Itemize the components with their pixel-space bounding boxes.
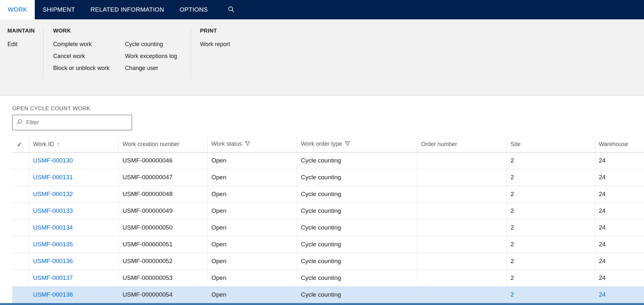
work-id-link[interactable]: USMF-000131 bbox=[33, 174, 73, 181]
table-row[interactable]: USMF-000130USMF-000000046OpenCycle count… bbox=[12, 152, 644, 169]
cell-work-id: USMF-000136 bbox=[29, 253, 118, 270]
cell-site: 2 bbox=[507, 270, 595, 286]
select-all-column-header[interactable]: ✓ bbox=[12, 137, 29, 152]
navbar-search-button[interactable] bbox=[220, 0, 242, 19]
column-label: Order number bbox=[421, 141, 457, 147]
cell-work-order-type: Cycle counting bbox=[297, 186, 417, 202]
search-icon bbox=[228, 6, 235, 14]
change-user-button[interactable]: Change user bbox=[125, 64, 177, 72]
work-grid: ✓ Work ID↑ Work creation number Work sta… bbox=[12, 137, 644, 303]
top-navbar: WORK SHIPMENT RELATED INFORMATION OPTION… bbox=[0, 0, 644, 19]
cell-work-order-type: Cycle counting bbox=[297, 169, 417, 186]
work-id-link[interactable]: USMF-000138 bbox=[33, 291, 73, 298]
cell-order-number bbox=[417, 236, 507, 253]
tab-related-information[interactable]: RELATED INFORMATION bbox=[83, 0, 172, 19]
work-id-link[interactable]: USMF-000130 bbox=[33, 157, 73, 164]
edit-button[interactable]: Edit bbox=[7, 41, 17, 48]
column-header-order-number[interactable]: Order number bbox=[417, 137, 507, 152]
cell-warehouse: 24 bbox=[595, 236, 644, 253]
table-row[interactable]: USMF-000132USMF-000000048OpenCycle count… bbox=[12, 186, 644, 202]
cell-work-id: USMF-000131 bbox=[29, 169, 118, 186]
cell-work-id: USMF-000130 bbox=[29, 152, 118, 169]
cell-work-creation-number: USMF-000000054 bbox=[118, 286, 207, 303]
cell-order-number bbox=[417, 202, 507, 219]
cell-site: 2 bbox=[507, 152, 595, 169]
cell-site: 2 bbox=[507, 169, 595, 186]
bottom-accent-bar bbox=[0, 303, 644, 305]
table-row[interactable]: USMF-000134USMF-000000050OpenCycle count… bbox=[12, 219, 644, 236]
cell-order-number bbox=[417, 253, 507, 270]
filter-icon[interactable] bbox=[345, 141, 350, 148]
column-label: Work creation number bbox=[123, 141, 180, 147]
cell-work-order-type: Cycle counting bbox=[297, 152, 417, 169]
cell-work-order-type: Cycle counting bbox=[297, 202, 417, 219]
cycle-counting-button[interactable]: Cycle counting bbox=[125, 41, 177, 48]
cell-order-number bbox=[417, 219, 507, 236]
cell-work-creation-number: USMF-000000050 bbox=[118, 219, 207, 236]
block-or-unblock-work-button[interactable]: Block or unblock work bbox=[53, 64, 109, 72]
work-id-link[interactable]: USMF-000136 bbox=[33, 258, 73, 264]
table-row[interactable]: USMF-000135USMF-000000051OpenCycle count… bbox=[12, 236, 644, 253]
cell-work-status: Open bbox=[207, 236, 297, 253]
column-header-work-creation-number[interactable]: Work creation number bbox=[118, 137, 207, 152]
cell-select bbox=[12, 186, 29, 202]
cell-site: 2 bbox=[507, 202, 595, 219]
column-header-work-status[interactable]: Work status bbox=[207, 137, 297, 152]
cell-work-creation-number: USMF-000000052 bbox=[118, 253, 207, 270]
cancel-work-button[interactable]: Cancel work bbox=[53, 53, 109, 60]
grid-filter-box bbox=[12, 115, 132, 130]
table-row[interactable]: USMF-000133USMF-000000049OpenCycle count… bbox=[12, 202, 644, 219]
work-id-link[interactable]: USMF-000133 bbox=[33, 207, 73, 214]
work-id-link[interactable]: USMF-000137 bbox=[33, 274, 73, 281]
work-id-link[interactable]: USMF-000135 bbox=[33, 241, 73, 248]
table-row[interactable]: USMF-000138USMF-000000054OpenCycle count… bbox=[12, 286, 644, 303]
tab-shipment[interactable]: SHIPMENT bbox=[35, 0, 83, 19]
cell-select bbox=[12, 219, 29, 236]
section-title: OPEN CYCLE COUNT WORK bbox=[12, 105, 644, 112]
cell-work-creation-number: USMF-000000046 bbox=[118, 152, 207, 169]
cell-work-status: Open bbox=[207, 253, 297, 270]
table-row[interactable]: USMF-000136USMF-000000052OpenCycle count… bbox=[12, 253, 644, 270]
column-header-warehouse[interactable]: Warehouse bbox=[595, 137, 644, 152]
cell-warehouse: 24 bbox=[595, 152, 644, 169]
cell-work-id: USMF-000135 bbox=[29, 236, 118, 253]
filter-icon[interactable] bbox=[245, 141, 250, 148]
cell-work-creation-number: USMF-000000053 bbox=[118, 270, 207, 286]
cell-work-order-type: Cycle counting bbox=[297, 253, 417, 270]
cell-work-status: Open bbox=[207, 286, 297, 303]
work-id-link[interactable]: USMF-000132 bbox=[33, 191, 73, 197]
cell-warehouse: 24 bbox=[595, 253, 644, 270]
cell-work-creation-number: USMF-000000051 bbox=[118, 236, 207, 253]
cell-site: 2 bbox=[507, 236, 595, 253]
column-header-site[interactable]: Site bbox=[507, 137, 595, 152]
sort-ascending-icon: ↑ bbox=[57, 141, 60, 147]
cell-warehouse: 24 bbox=[595, 186, 644, 202]
tab-work[interactable]: WORK bbox=[0, 0, 35, 19]
cell-work-status: Open bbox=[207, 270, 297, 286]
complete-work-button[interactable]: Complete work bbox=[53, 41, 109, 48]
work-exceptions-log-button[interactable]: Work exceptions log bbox=[125, 53, 177, 60]
cell-select bbox=[12, 270, 29, 286]
work-report-button[interactable]: Work report bbox=[200, 41, 230, 48]
cell-warehouse: 24 bbox=[595, 169, 644, 186]
cell-work-status: Open bbox=[207, 219, 297, 236]
column-label: Work order type bbox=[301, 141, 342, 147]
tab-options[interactable]: OPTIONS bbox=[172, 0, 216, 19]
cell-site: 2 bbox=[507, 253, 595, 270]
filter-input[interactable] bbox=[26, 119, 128, 126]
cell-warehouse: 24 bbox=[595, 286, 644, 303]
table-row[interactable]: USMF-000131USMF-000000047OpenCycle count… bbox=[12, 169, 644, 186]
cell-order-number bbox=[417, 169, 507, 186]
cell-work-order-type: Cycle counting bbox=[297, 270, 417, 286]
table-row[interactable]: USMF-000137USMF-000000053OpenCycle count… bbox=[12, 270, 644, 286]
work-id-link[interactable]: USMF-000134 bbox=[33, 224, 73, 231]
ribbon-group-maintain: MAINTAIN Edit bbox=[7, 28, 43, 95]
cell-work-order-type: Cycle counting bbox=[297, 219, 417, 236]
column-header-work-order-type[interactable]: Work order type bbox=[297, 137, 417, 152]
cell-work-status: Open bbox=[207, 152, 297, 169]
cell-select bbox=[12, 236, 29, 253]
cell-work-id: USMF-000134 bbox=[29, 219, 118, 236]
cell-order-number bbox=[417, 270, 507, 286]
ribbon-group-title: MAINTAIN bbox=[7, 28, 35, 34]
column-header-work-id[interactable]: Work ID↑ bbox=[29, 137, 118, 152]
